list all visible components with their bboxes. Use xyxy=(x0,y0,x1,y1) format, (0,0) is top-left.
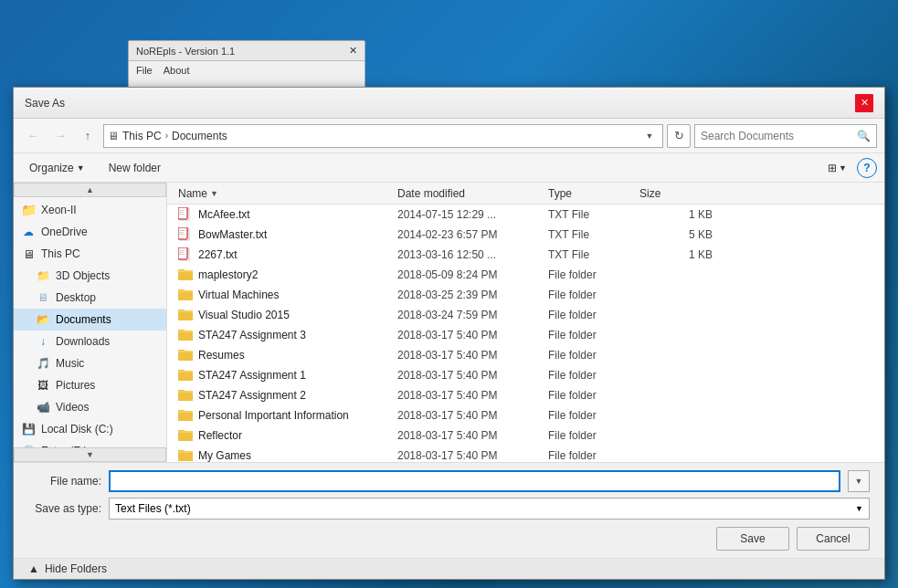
organize-button[interactable]: Organize ▼ xyxy=(21,158,93,178)
svg-rect-43 xyxy=(178,352,193,361)
file-name-cell: STA247 Assignment 2 xyxy=(178,388,397,403)
file-name-cell: 2267.txt xyxy=(178,247,397,262)
svg-rect-4 xyxy=(178,207,187,219)
file-row[interactable]: Personal Important Information 2018-03-1… xyxy=(167,405,884,425)
sidebar-item-pictures[interactable]: 🖼 Pictures xyxy=(14,374,166,396)
file-modified-cell: 2018-03-17 5:40 PM xyxy=(397,369,548,382)
file-name-cell: Visual Studio 2015 xyxy=(178,308,397,322)
folder-icon xyxy=(178,308,193,320)
file-row[interactable]: STA247 Assignment 1 2018-03-17 5:40 PM F… xyxy=(167,365,884,385)
file-name: BowMaster.txt xyxy=(198,228,267,241)
file-icon xyxy=(178,368,193,383)
col-header-type[interactable]: Type xyxy=(541,185,632,202)
sidebar-item-videos[interactable]: 📹 Videos xyxy=(14,396,166,418)
nav-up-button[interactable]: ↑ xyxy=(76,124,100,148)
txt-file-icon xyxy=(178,247,193,262)
search-submit-button[interactable]: 🔍 xyxy=(857,130,871,142)
address-dropdown-button[interactable]: ▼ xyxy=(640,125,659,147)
file-row[interactable]: Reflector 2018-03-17 5:40 PM File folder xyxy=(167,425,884,446)
address-bar[interactable]: 🖥 This PC › Documents ▼ xyxy=(103,124,663,148)
path-thispc[interactable]: This PC xyxy=(122,130,162,142)
sidebar-item-documents[interactable]: 📂 Documents xyxy=(14,309,166,331)
sidebar-item-downloads[interactable]: ↓ Downloads xyxy=(14,331,166,352)
svg-rect-15 xyxy=(179,234,185,235)
file-row[interactable]: 2267.txt 2013-03-16 12:50 ... TXT File 1… xyxy=(167,245,884,265)
action-row: Save Cancel xyxy=(28,527,870,551)
savetype-row: Save as type: Text Files (*.txt) ▼ xyxy=(28,498,870,520)
sidebar-scroll-down[interactable]: ▼ xyxy=(14,447,166,462)
folder-icon xyxy=(178,448,193,461)
sidebar-item-music[interactable]: 🎵 Music xyxy=(14,352,166,374)
bg-menu-file[interactable]: File xyxy=(136,65,153,76)
organize-label: Organize xyxy=(29,162,74,174)
svg-rect-21 xyxy=(179,250,185,251)
folder-icon xyxy=(178,388,193,401)
svg-rect-6 xyxy=(179,212,184,213)
new-folder-button[interactable]: New folder xyxy=(100,158,169,178)
savetype-select[interactable]: Text Files (*.txt) ▼ xyxy=(109,498,870,520)
organize-chevron-icon: ▼ xyxy=(77,163,85,173)
file-row[interactable]: My Games 2018-03-17 5:40 PM File folder xyxy=(167,446,884,462)
file-row[interactable]: McAfee.txt 2014-07-15 12:29 ... TXT File… xyxy=(167,205,884,225)
path-documents[interactable]: Documents xyxy=(172,130,227,142)
file-row[interactable]: Resumes 2018-03-17 5:40 PM File folder xyxy=(167,345,884,365)
svg-rect-55 xyxy=(178,413,193,421)
nav-back-button[interactable]: ← xyxy=(21,124,45,148)
file-type-cell: File folder xyxy=(548,449,639,462)
sidebar-item-onedrive[interactable]: ☁ OneDrive xyxy=(14,221,166,243)
hide-folders-row[interactable]: ▲ Hide Folders xyxy=(14,558,884,579)
svg-rect-20 xyxy=(178,247,187,259)
view-options-button[interactable]: ⊞ ▼ xyxy=(821,158,853,178)
pictures-icon: 🖼 xyxy=(36,378,50,393)
save-button[interactable]: Save xyxy=(716,527,789,551)
file-modified-cell: 2014-07-15 12:29 ... xyxy=(397,208,548,221)
file-row[interactable]: BowMaster.txt 2014-02-23 6:57 PM TXT Fil… xyxy=(167,225,884,245)
file-row[interactable]: Virtual Machines 2018-03-25 2:39 PM File… xyxy=(167,285,884,305)
bg-menu-about[interactable]: About xyxy=(164,65,190,76)
col-header-modified[interactable]: Date modified xyxy=(390,185,541,202)
file-icon xyxy=(178,227,193,242)
help-button[interactable]: ? xyxy=(857,158,877,178)
sidebar-desktop-label: Desktop xyxy=(56,291,96,304)
videos-icon: 📹 xyxy=(36,400,50,415)
sidebar-item-localdisk[interactable]: 💾 Local Disk (C:) xyxy=(14,418,166,440)
sidebar-videos-label: Videos xyxy=(56,401,89,414)
sidebar-item-thispc[interactable]: 🖥 This PC xyxy=(14,243,166,265)
nav-forward-button[interactable]: → xyxy=(48,124,72,148)
file-row[interactable]: maplestory2 2018-05-09 8:24 PM File fold… xyxy=(167,265,884,285)
hide-folders-label: Hide Folders xyxy=(45,562,107,575)
sidebar-scroll-up[interactable]: ▲ xyxy=(14,183,166,197)
sidebar-item-desktop[interactable]: 🖥 Desktop xyxy=(14,287,166,309)
file-row[interactable]: STA247 Assignment 3 2018-03-17 5:40 PM F… xyxy=(167,325,884,345)
file-size-cell: 1 KB xyxy=(639,208,713,221)
folder-icon xyxy=(178,428,193,441)
file-row[interactable]: Visual Studio 2015 2018-03-24 7:59 PM Fi… xyxy=(167,305,884,325)
sidebar-thispc-label: This PC xyxy=(41,247,80,260)
file-row[interactable]: STA247 Assignment 2 2018-03-17 5:40 PM F… xyxy=(167,385,884,405)
file-type-cell: File folder xyxy=(548,268,639,281)
filename-dropdown-button[interactable]: ▼ xyxy=(848,470,870,492)
sidebar-item-3dobjects[interactable]: 📁 3D Objects xyxy=(14,265,166,287)
svg-rect-13 xyxy=(179,230,185,231)
svg-rect-27 xyxy=(178,272,193,280)
file-name: Reflector xyxy=(198,429,242,442)
filename-input[interactable] xyxy=(109,470,840,492)
file-name-cell: Virtual Machines xyxy=(178,288,397,302)
view-dropdown-icon: ▼ xyxy=(839,163,847,173)
cancel-button[interactable]: Cancel xyxy=(797,527,870,551)
file-type-cell: File folder xyxy=(548,389,639,402)
main-area: ▲ 📁 Xeon-II ☁ OneDrive 🖥 This PC 📁 3D Ob… xyxy=(14,183,884,462)
downloads-icon: ↓ xyxy=(36,334,50,349)
localdisk-icon: 💾 xyxy=(21,422,36,436)
new-folder-label: New folder xyxy=(109,162,161,174)
file-type-cell: File folder xyxy=(548,409,639,422)
svg-rect-23 xyxy=(179,254,185,255)
col-header-name[interactable]: Name ▼ xyxy=(171,185,390,202)
search-input[interactable] xyxy=(701,130,857,142)
file-name: STA247 Assignment 3 xyxy=(198,329,306,341)
dialog-close-button[interactable]: ✕ xyxy=(855,94,873,112)
sidebar-downloads-label: Downloads xyxy=(56,335,110,348)
address-bar-row: ← → ↑ 🖥 This PC › Documents ▼ ↻ 🔍 xyxy=(14,119,884,153)
col-header-size[interactable]: Size xyxy=(632,185,705,202)
refresh-button[interactable]: ↻ xyxy=(667,124,691,148)
